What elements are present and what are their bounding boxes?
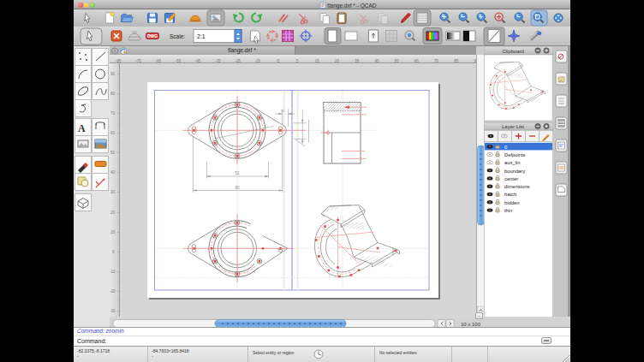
svg-text:20: 20 — [110, 211, 116, 215]
svg-text:aux_lin: aux_lin — [504, 160, 520, 165]
svg-text:center: center — [504, 176, 518, 181]
svg-text:0: 0 — [504, 145, 507, 150]
svg-text:50: 50 — [110, 151, 116, 155]
svg-text:60: 60 — [110, 131, 116, 135]
svg-text:52: 52 — [235, 171, 240, 175]
svg-text:40: 40 — [110, 170, 116, 175]
svg-text:-30: -30 — [110, 309, 116, 313]
svg-text:80: 80 — [235, 186, 240, 190]
svg-text:80: 80 — [110, 92, 116, 96]
svg-text:Defpoints: Defpoints — [504, 152, 526, 157]
svg-text:10 x 100: 10 x 100 — [461, 322, 481, 327]
svg-text:hidden: hidden — [504, 200, 519, 205]
svg-text:A: A — [78, 122, 86, 134]
svg-text:Scale:: Scale: — [170, 33, 185, 39]
svg-text:Layer List: Layer List — [502, 124, 524, 129]
svg-text:0: 0 — [112, 250, 115, 254]
svg-text:-20: -20 — [110, 289, 116, 294]
svg-text:15: 15 — [281, 109, 285, 113]
svg-text:hatch: hatch — [504, 192, 516, 197]
svg-text:70: 70 — [110, 111, 116, 116]
svg-text:boundary: boundary — [504, 169, 525, 174]
svg-text:30: 30 — [110, 190, 116, 194]
svg-text:thin: thin — [504, 208, 512, 213]
svg-text:Clipboard: Clipboard — [502, 49, 524, 54]
svg-text:dimensions: dimensions — [504, 184, 529, 189]
svg-text:DWG: DWG — [147, 33, 158, 39]
svg-text:90: 90 — [110, 72, 116, 76]
svg-text:-10: -10 — [110, 270, 116, 274]
svg-text:10: 10 — [110, 230, 116, 234]
svg-text:2:1: 2:1 — [197, 33, 206, 39]
